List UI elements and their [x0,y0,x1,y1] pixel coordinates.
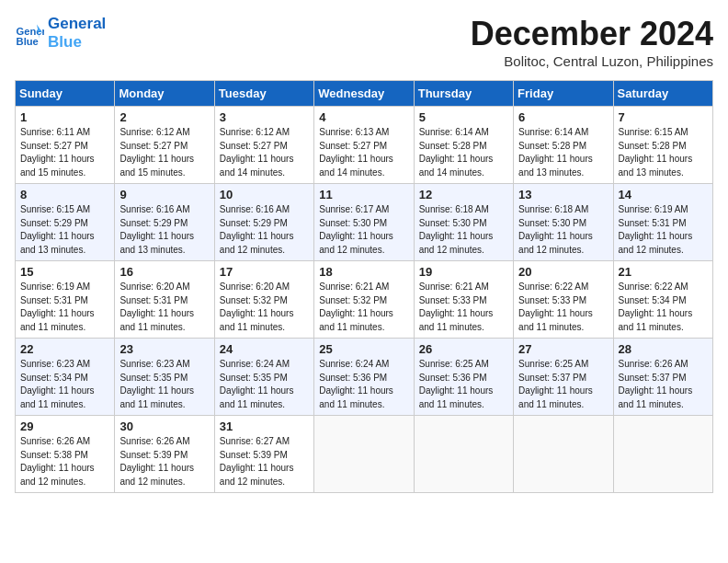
day-number: 27 [518,342,608,356]
day-info: Sunrise: 6:18 AMSunset: 5:30 PMDaylight:… [419,203,508,257]
day-info: Sunrise: 6:27 AMSunset: 5:39 PMDaylight:… [220,435,309,488]
calendar-cell: 26 Sunrise: 6:25 AMSunset: 5:36 PMDaylig… [414,339,513,416]
day-number: 9 [119,188,209,201]
day-info: Sunrise: 6:16 AMSunset: 5:29 PMDaylight:… [220,203,309,257]
calendar-cell: 28 Sunrise: 6:26 AMSunset: 5:37 PMDaylig… [613,339,712,416]
calendar-cell: 24 Sunrise: 6:24 AMSunset: 5:35 PMDaylig… [214,339,313,416]
day-info: Sunrise: 6:24 AMSunset: 5:35 PMDaylight:… [220,358,309,411]
weekday-header-friday: Friday [514,81,613,107]
day-info: Sunrise: 6:25 AMSunset: 5:37 PMDaylight:… [518,358,608,411]
title-block: December 2024 Bolitoc, Central Luzon, Ph… [471,15,713,69]
weekday-header-saturday: Saturday [613,81,712,107]
day-info: Sunrise: 6:22 AMSunset: 5:33 PMDaylight:… [518,281,608,334]
calendar-cell: 17 Sunrise: 6:20 AMSunset: 5:32 PMDaylig… [214,261,313,339]
calendar-cell: 11 Sunrise: 6:17 AMSunset: 5:30 PMDaylig… [314,184,414,261]
calendar-cell: 9 Sunrise: 6:16 AMSunset: 5:29 PMDayligh… [115,184,214,261]
calendar-cell: 7 Sunrise: 6:15 AMSunset: 5:28 PMDayligh… [613,107,712,184]
day-info: Sunrise: 6:24 AMSunset: 5:36 PMDaylight:… [319,358,408,411]
day-number: 31 [220,419,309,433]
day-number: 14 [619,188,708,201]
day-info: Sunrise: 6:18 AMSunset: 5:30 PMDaylight:… [518,203,608,257]
calendar-cell: 20 Sunrise: 6:22 AMSunset: 5:33 PMDaylig… [514,261,613,339]
day-info: Sunrise: 6:19 AMSunset: 5:31 PMDaylight:… [20,281,109,334]
calendar-cell: 5 Sunrise: 6:14 AMSunset: 5:28 PMDayligh… [414,107,513,184]
day-info: Sunrise: 6:13 AMSunset: 5:27 PMDaylight:… [319,126,408,179]
day-number: 1 [20,110,109,124]
day-number: 17 [220,265,309,279]
day-number: 12 [419,188,508,201]
day-number: 8 [20,188,109,201]
day-info: Sunrise: 6:20 AMSunset: 5:31 PMDaylight:… [119,281,209,334]
calendar-cell: 6 Sunrise: 6:14 AMSunset: 5:28 PMDayligh… [514,107,613,184]
day-info: Sunrise: 6:12 AMSunset: 5:27 PMDaylight:… [119,126,209,179]
day-info: Sunrise: 6:23 AMSunset: 5:34 PMDaylight:… [20,358,109,411]
svg-text:Blue: Blue [17,35,39,46]
day-number: 28 [619,342,708,356]
day-number: 5 [419,110,508,124]
day-number: 30 [119,419,209,433]
day-info: Sunrise: 6:21 AMSunset: 5:32 PMDaylight:… [319,281,408,334]
logo-general: General [48,15,106,33]
day-number: 2 [119,110,209,124]
calendar-cell: 12 Sunrise: 6:18 AMSunset: 5:30 PMDaylig… [414,184,513,261]
day-info: Sunrise: 6:23 AMSunset: 5:35 PMDaylight:… [119,358,209,411]
calendar-cell: 23 Sunrise: 6:23 AMSunset: 5:35 PMDaylig… [115,339,214,416]
day-info: Sunrise: 6:14 AMSunset: 5:28 PMDaylight:… [419,126,508,179]
day-number: 22 [20,342,109,356]
day-info: Sunrise: 6:21 AMSunset: 5:33 PMDaylight:… [419,281,508,334]
calendar-cell: 13 Sunrise: 6:18 AMSunset: 5:30 PMDaylig… [514,184,613,261]
calendar-cell: 29 Sunrise: 6:26 AMSunset: 5:38 PMDaylig… [16,416,115,493]
day-info: Sunrise: 6:11 AMSunset: 5:27 PMDaylight:… [20,126,109,179]
day-info: Sunrise: 6:14 AMSunset: 5:28 PMDaylight:… [518,126,608,179]
calendar-cell [414,416,513,493]
calendar-cell: 18 Sunrise: 6:21 AMSunset: 5:32 PMDaylig… [314,261,414,339]
day-number: 29 [20,419,109,433]
logo: General Blue General Blue [15,15,106,51]
day-number: 20 [518,265,608,279]
calendar-cell: 21 Sunrise: 6:22 AMSunset: 5:34 PMDaylig… [613,261,712,339]
calendar-cell [613,416,712,493]
location-subtitle: Bolitoc, Central Luzon, Philippines [471,53,713,69]
day-number: 24 [220,342,309,356]
day-number: 13 [518,188,608,201]
day-number: 3 [220,110,309,124]
day-number: 26 [419,342,508,356]
day-info: Sunrise: 6:26 AMSunset: 5:38 PMDaylight:… [20,435,109,488]
day-info: Sunrise: 6:15 AMSunset: 5:29 PMDaylight:… [20,203,109,257]
calendar-cell: 22 Sunrise: 6:23 AMSunset: 5:34 PMDaylig… [16,339,115,416]
day-number: 11 [319,188,408,201]
day-info: Sunrise: 6:26 AMSunset: 5:37 PMDaylight:… [619,358,708,411]
calendar-cell: 30 Sunrise: 6:26 AMSunset: 5:39 PMDaylig… [115,416,214,493]
day-number: 10 [220,188,309,201]
day-info: Sunrise: 6:22 AMSunset: 5:34 PMDaylight:… [619,281,708,334]
calendar-cell: 4 Sunrise: 6:13 AMSunset: 5:27 PMDayligh… [314,107,414,184]
day-number: 7 [619,110,708,124]
weekday-header-tuesday: Tuesday [214,81,313,107]
weekday-header-wednesday: Wednesday [314,81,414,107]
calendar-cell [514,416,613,493]
day-number: 4 [319,110,408,124]
calendar-cell: 31 Sunrise: 6:27 AMSunset: 5:39 PMDaylig… [214,416,313,493]
calendar-cell: 19 Sunrise: 6:21 AMSunset: 5:33 PMDaylig… [414,261,513,339]
logo-icon: General Blue [15,18,44,48]
page-header: General Blue General Blue December 2024 … [15,15,713,69]
calendar-cell: 16 Sunrise: 6:20 AMSunset: 5:31 PMDaylig… [115,261,214,339]
day-number: 21 [619,265,708,279]
day-info: Sunrise: 6:15 AMSunset: 5:28 PMDaylight:… [619,126,708,179]
day-info: Sunrise: 6:19 AMSunset: 5:31 PMDaylight:… [619,203,708,257]
day-number: 19 [419,265,508,279]
calendar-cell: 25 Sunrise: 6:24 AMSunset: 5:36 PMDaylig… [314,339,414,416]
day-number: 6 [518,110,608,124]
day-number: 16 [119,265,209,279]
day-info: Sunrise: 6:16 AMSunset: 5:29 PMDaylight:… [119,203,209,257]
day-info: Sunrise: 6:17 AMSunset: 5:30 PMDaylight:… [319,203,408,257]
day-info: Sunrise: 6:12 AMSunset: 5:27 PMDaylight:… [220,126,309,179]
day-number: 18 [319,265,408,279]
calendar-cell: 1 Sunrise: 6:11 AMSunset: 5:27 PMDayligh… [16,107,115,184]
calendar-table: SundayMondayTuesdayWednesdayThursdayFrid… [15,80,713,493]
day-number: 23 [119,342,209,356]
calendar-cell: 8 Sunrise: 6:15 AMSunset: 5:29 PMDayligh… [16,184,115,261]
day-info: Sunrise: 6:26 AMSunset: 5:39 PMDaylight:… [119,435,209,488]
day-number: 15 [20,265,109,279]
weekday-header-sunday: Sunday [16,81,115,107]
